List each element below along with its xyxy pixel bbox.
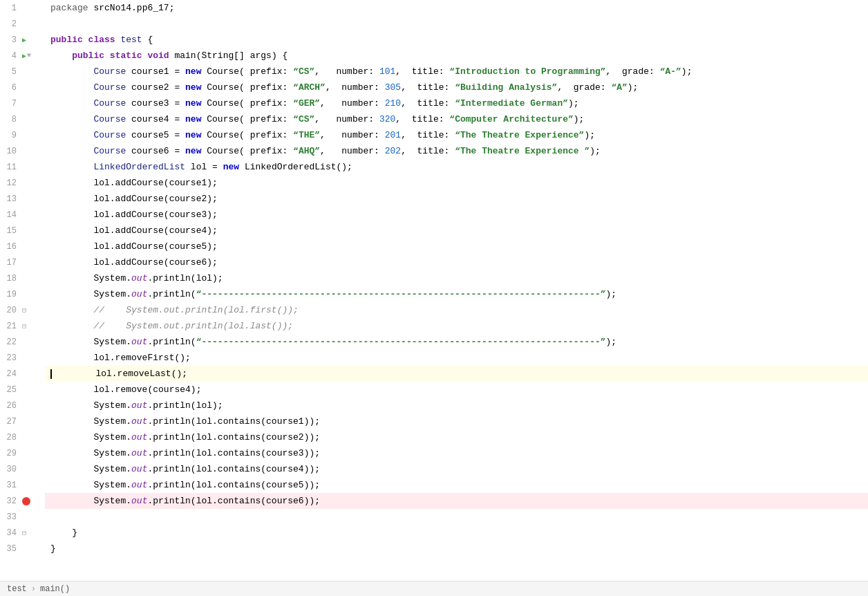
code-line-8[interactable]: Course course4 = new Course( prefix: “CS…	[45, 111, 868, 127]
code-line-2[interactable]	[45, 16, 868, 32]
line-number-21: 21	[0, 322, 21, 331]
line-code-13: lol.addCourse(course2);	[50, 194, 218, 204]
code-line-23[interactable]: lol.removeFirst();	[45, 350, 868, 366]
code-line-21[interactable]: // System.out.println(lol.last());	[45, 318, 868, 334]
code-line-17[interactable]: lol.addCourse(course6);	[45, 254, 868, 270]
gutter-row-10: 10	[0, 143, 45, 159]
code-line-26[interactable]: System.out.println(lol);	[45, 398, 868, 413]
code-line-32[interactable]: System.out.println(lol.contains(course6)…	[45, 493, 868, 509]
code-line-7[interactable]: Course course3 = new Course( prefix: “GE…	[45, 95, 868, 111]
gutter-row-11: 11	[0, 159, 45, 175]
fold-icon[interactable]: ⊟	[22, 322, 26, 330]
line-code-10: Course course6 = new Course( prefix: “AH…	[50, 146, 601, 156]
gutter-row-1: 1	[0, 0, 45, 16]
breakpoint-icon[interactable]	[22, 497, 30, 505]
gutter-icons-4[interactable]: ▶▼	[21, 52, 45, 60]
code-line-5[interactable]: Course course1 = new Course( prefix: “CS…	[45, 64, 868, 80]
line-number-14: 14	[0, 210, 21, 220]
code-line-35[interactable]: }	[45, 541, 868, 557]
line-code-20: // System.out.println(lol.first());	[50, 305, 299, 315]
fold-icon[interactable]: ▼	[27, 52, 31, 59]
code-line-12[interactable]: lol.addCourse(course1);	[45, 175, 868, 191]
gutter-row-27: 27	[0, 413, 45, 429]
gutter-row-34: 34⊟	[0, 525, 45, 541]
gutter-row-32: 32	[0, 493, 45, 509]
gutter-row-35: 35	[0, 541, 45, 557]
code-line-14[interactable]: lol.addCourse(course3);	[45, 207, 868, 223]
gutter-row-5: 5	[0, 64, 45, 80]
gutter-row-29: 29	[0, 445, 45, 461]
line-number-12: 12	[0, 178, 21, 188]
code-line-30[interactable]: System.out.println(lol.contains(course4)…	[45, 461, 868, 477]
line-code-5: Course course1 = new Course( prefix: “CS…	[50, 66, 692, 77]
code-line-3[interactable]: public class test {	[45, 32, 868, 48]
code-content[interactable]: package srcNo14.pp6_17;public class test…	[45, 0, 868, 581]
line-number-16: 16	[0, 242, 21, 252]
code-line-28[interactable]: System.out.println(lol.contains(course2)…	[45, 429, 868, 445]
fold-icon[interactable]: ⊟	[22, 306, 26, 315]
arrow-icon[interactable]: ▶	[22, 52, 26, 60]
code-line-25[interactable]: lol.remove(course4);	[45, 382, 868, 398]
gutter-icons-20[interactable]: ⊟	[21, 306, 45, 315]
code-line-11[interactable]: LinkedOrderedList lol = new LinkedOrdere…	[45, 159, 868, 175]
line-code-31: System.out.println(lol.contains(course5)…	[50, 480, 320, 490]
gutter-row-18: 18	[0, 270, 45, 286]
gutter-row-12: 12	[0, 175, 45, 191]
gutter-row-33: 33	[0, 509, 45, 525]
code-line-29[interactable]: System.out.println(lol.contains(course3)…	[45, 445, 868, 461]
line-number-28: 28	[0, 433, 21, 443]
fold-icon[interactable]: ⊟	[22, 529, 26, 537]
code-line-10[interactable]: Course course6 = new Course( prefix: “AH…	[45, 143, 868, 159]
code-line-22[interactable]: System.out.println(“--------------------…	[45, 334, 868, 350]
gutter-icons-21[interactable]: ⊟	[21, 322, 45, 330]
line-number-9: 9	[0, 131, 21, 140]
line-number-32: 32	[0, 496, 21, 506]
code-line-20[interactable]: // System.out.println(lol.first());	[45, 302, 868, 318]
line-number-11: 11	[0, 162, 21, 172]
gutter-row-15: 15	[0, 223, 45, 239]
code-line-16[interactable]: lol.addCourse(course5);	[45, 239, 868, 254]
line-code-18: System.out.println(lol);	[50, 273, 223, 283]
gutter-row-26: 26	[0, 398, 45, 413]
line-code-16: lol.addCourse(course5);	[50, 241, 218, 252]
line-number-35: 35	[0, 544, 21, 554]
line-code-1: package srcNo14.pp6_17;	[50, 3, 174, 13]
code-line-18[interactable]: System.out.println(lol);	[45, 270, 868, 286]
line-number-6: 6	[0, 83, 21, 93]
line-code-29: System.out.println(lol.contains(course3)…	[50, 448, 320, 458]
line-number-7: 7	[0, 99, 21, 109]
code-line-1[interactable]: package srcNo14.pp6_17;	[45, 0, 868, 16]
code-line-19[interactable]: System.out.println(“--------------------…	[45, 286, 868, 302]
gutter-icons-32[interactable]	[21, 497, 45, 505]
code-line-34[interactable]: }	[45, 525, 868, 541]
code-line-33[interactable]	[45, 509, 868, 525]
editor: 123▶4▶▼567891011121314151617181920⊟21⊟22…	[0, 0, 868, 596]
gutter-row-30: 30	[0, 461, 45, 477]
code-line-31[interactable]: System.out.println(lol.contains(course5)…	[45, 477, 868, 493]
line-code-11: LinkedOrderedList lol = new LinkedOrdere…	[50, 162, 352, 172]
code-line-15[interactable]: lol.addCourse(course4);	[45, 223, 868, 239]
gutter-row-16: 16	[0, 239, 45, 254]
gutter-row-31: 31	[0, 477, 45, 493]
code-line-4[interactable]: public static void main(String[] args) {	[45, 48, 868, 64]
line-code-26: System.out.println(lol);	[50, 400, 223, 411]
line-number-13: 13	[0, 194, 21, 204]
line-code-34: }	[50, 528, 77, 538]
gutter-row-14: 14	[0, 207, 45, 223]
gutter-row-2: 2	[0, 16, 45, 32]
gutter-row-17: 17	[0, 254, 45, 270]
arrow-icon[interactable]: ▶	[22, 36, 26, 44]
cursor	[50, 369, 52, 379]
line-number-29: 29	[0, 449, 21, 458]
code-line-6[interactable]: Course course2 = new Course( prefix: “AR…	[45, 80, 868, 95]
code-line-24[interactable]: lol.removeLast();	[45, 366, 868, 382]
gutter-row-8: 8	[0, 111, 45, 127]
line-number-20: 20	[0, 306, 21, 315]
gutter-icons-34[interactable]: ⊟	[21, 529, 45, 537]
line-code-17: lol.addCourse(course6);	[50, 257, 218, 268]
code-line-27[interactable]: System.out.println(lol.contains(course1)…	[45, 413, 868, 429]
code-line-13[interactable]: lol.addCourse(course2);	[45, 191, 868, 207]
gutter-icons-3[interactable]: ▶	[21, 36, 45, 44]
code-line-9[interactable]: Course course5 = new Course( prefix: “TH…	[45, 127, 868, 143]
line-number-26: 26	[0, 401, 21, 411]
